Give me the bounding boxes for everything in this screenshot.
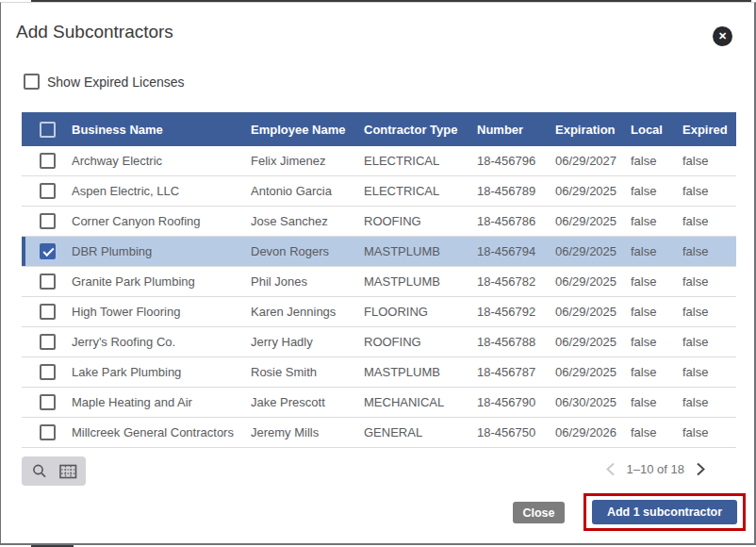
business-name-cell: Granite Park Plumbing — [72, 274, 251, 289]
row-checkbox[interactable] — [40, 243, 56, 259]
expiration-cell: 06/29/2025 — [555, 365, 631, 379]
employee-name-cell: Antonio Garcia — [251, 184, 364, 198]
employee-name-cell: Jeremy Mills — [251, 425, 364, 439]
table-row[interactable]: Maple Heating and Air Jake Prescott MECH… — [22, 388, 736, 418]
row-check-cell — [22, 153, 72, 169]
employee-name-cell: Jerry Hadly — [251, 335, 364, 349]
contractor-type-cell: ROOFING — [364, 335, 477, 349]
column-header-business-name[interactable]: Business Name — [72, 123, 251, 137]
table-row[interactable]: Granite Park Plumbing Phil Jones MASTPLU… — [22, 267, 736, 297]
local-cell: false — [631, 244, 682, 258]
business-name-cell: Jerry's Roofing Co. — [72, 335, 251, 349]
number-cell: 18-456787 — [477, 365, 555, 379]
employee-name-cell: Devon Rogers — [251, 244, 364, 258]
row-checkbox[interactable] — [40, 424, 56, 440]
expired-cell: false — [682, 335, 736, 349]
search-icon — [31, 463, 48, 480]
screen: Add Subcontractors ✕ Show Expired Licens… — [0, 0, 756, 547]
next-page-button[interactable] — [697, 462, 705, 476]
table-row[interactable]: Jerry's Roofing Co. Jerry Hadly ROOFING … — [22, 327, 736, 357]
header-check-cell — [22, 122, 72, 138]
business-name-cell: Aspen Electric, LLC — [72, 184, 251, 198]
table-row[interactable]: Corner Canyon Roofing Jose Sanchez ROOFI… — [22, 207, 736, 237]
add-subcontractors-dialog: Add Subcontractors ✕ Show Expired Licens… — [0, 2, 756, 545]
row-checkbox[interactable] — [40, 304, 56, 320]
table-row[interactable]: Archway Electric Felix Jimenez ELECTRICA… — [22, 146, 736, 176]
column-header-number[interactable]: Number — [477, 123, 555, 137]
contractor-type-cell: MASTPLUMB — [364, 365, 477, 379]
table-header: Business Name Employee Name Contractor T… — [22, 112, 736, 146]
business-name-cell: Archway Electric — [72, 154, 251, 168]
column-header-employee-name[interactable]: Employee Name — [251, 123, 364, 137]
show-expired-checkbox[interactable] — [24, 74, 40, 90]
table-row[interactable]: DBR Plumbing Devon Rogers MASTPLUMB 18-4… — [22, 237, 736, 267]
employee-name-cell: Jake Prescott — [251, 395, 364, 409]
select-all-checkbox[interactable] — [40, 122, 56, 138]
number-cell: 18-456796 — [477, 154, 555, 168]
row-checkbox[interactable] — [40, 334, 56, 350]
expiration-cell: 06/29/2025 — [555, 274, 631, 289]
local-cell: false — [631, 425, 682, 439]
table-row[interactable]: High Tower Flooring Karen Jennings FLOOR… — [22, 297, 736, 327]
table-row[interactable]: Aspen Electric, LLC Antonio Garcia ELECT… — [22, 176, 736, 207]
local-cell: false — [631, 335, 682, 349]
local-cell: false — [631, 184, 682, 198]
grid-icon — [59, 464, 77, 479]
column-header-expiration[interactable]: Expiration — [555, 123, 631, 137]
number-cell: 18-456792 — [477, 305, 555, 319]
column-header-local[interactable]: Local — [631, 123, 682, 137]
local-cell: false — [631, 395, 682, 409]
contractor-type-cell: MASTPLUMB — [364, 274, 477, 289]
row-check-cell — [22, 213, 72, 229]
expired-cell: false — [682, 214, 736, 228]
column-chooser-button[interactable] — [59, 464, 77, 479]
add-subcontractor-button[interactable]: Add 1 subcontractor — [592, 500, 737, 524]
business-name-cell: Corner Canyon Roofing — [72, 214, 251, 228]
row-checkbox[interactable] — [40, 364, 56, 380]
row-checkbox[interactable] — [40, 274, 56, 290]
local-cell: false — [631, 274, 682, 289]
page-range-text: 1–10 of 18 — [627, 462, 684, 476]
employee-name-cell: Felix Jimenez — [251, 154, 364, 168]
number-cell: 18-456782 — [477, 274, 555, 289]
local-cell: false — [631, 154, 682, 168]
column-header-contractor-type[interactable]: Contractor Type — [364, 123, 477, 137]
number-cell: 18-456794 — [477, 244, 555, 258]
expired-cell: false — [682, 244, 736, 258]
contractor-type-cell: MASTPLUMB — [364, 244, 477, 258]
dialog-close-button[interactable]: ✕ — [713, 26, 732, 46]
contractor-type-cell: ELECTRICAL — [364, 184, 477, 198]
prev-page-button[interactable] — [606, 462, 615, 476]
business-name-cell: Millcreek General Contractors — [72, 425, 251, 439]
row-checkbox[interactable] — [40, 153, 56, 169]
table-body: Archway Electric Felix Jimenez ELECTRICA… — [22, 146, 736, 448]
contractor-type-cell: MECHANICAL — [364, 395, 477, 409]
business-name-cell: High Tower Flooring — [72, 305, 251, 319]
table-row[interactable]: Lake Park Plumbing Rosie Smith MASTPLUMB… — [22, 357, 736, 388]
row-checkbox[interactable] — [40, 213, 56, 229]
expired-cell: false — [682, 395, 736, 409]
expiration-cell: 06/29/2025 — [555, 184, 631, 198]
number-cell: 18-456750 — [477, 425, 555, 439]
show-expired-licenses-control: Show Expired Licenses — [24, 74, 185, 90]
contractor-type-cell: GENERAL — [364, 425, 477, 439]
number-cell: 18-456789 — [477, 184, 555, 198]
number-cell: 18-456786 — [477, 214, 555, 228]
dialog-title: Add Subcontractors — [16, 22, 173, 42]
table-row[interactable]: Millcreek General Contractors Jeremy Mil… — [22, 418, 736, 448]
business-name-cell: Lake Park Plumbing — [72, 365, 251, 379]
employee-name-cell: Jose Sanchez — [251, 214, 364, 228]
business-name-cell: Maple Heating and Air — [72, 395, 251, 409]
expired-cell: false — [682, 305, 736, 319]
search-button[interactable] — [31, 463, 48, 480]
row-checkbox[interactable] — [40, 183, 56, 199]
close-button[interactable]: Close — [513, 502, 565, 523]
local-cell: false — [631, 365, 682, 379]
row-check-cell — [22, 424, 72, 440]
row-checkbox[interactable] — [40, 394, 56, 410]
show-expired-label: Show Expired Licenses — [47, 75, 185, 90]
column-header-expired[interactable]: Expired — [682, 123, 736, 137]
subcontractors-table: Business Name Employee Name Contractor T… — [22, 112, 736, 448]
pagination: 1–10 of 18 — [606, 462, 705, 476]
close-icon: ✕ — [718, 30, 727, 42]
